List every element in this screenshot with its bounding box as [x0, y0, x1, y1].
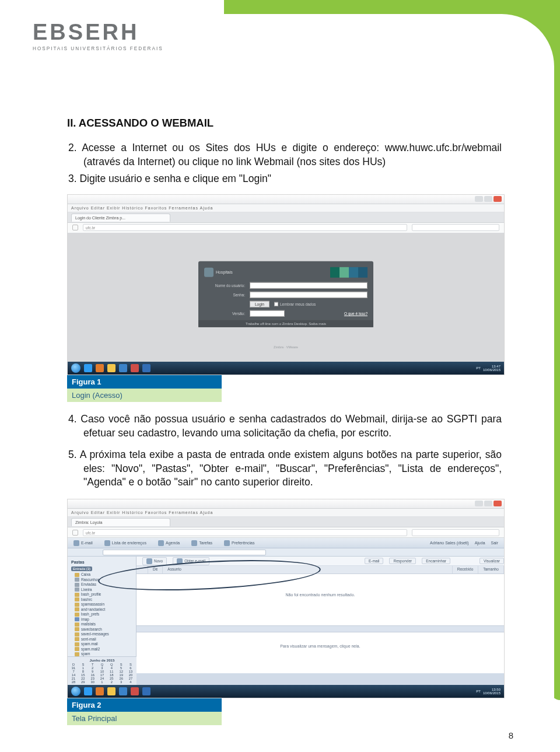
help-link[interactable]: Ajuda [475, 541, 485, 545]
taskbar-clock: 13:47 10/06/2015 [483, 365, 501, 372]
content-column: II. ACESSANDO O WEBMAIL 2. Acesse a Inte… [67, 117, 502, 725]
password-field[interactable] [250, 292, 368, 298]
cal-week: 2829301234 [69, 680, 135, 684]
start-icon [71, 363, 80, 373]
back-icon [72, 530, 78, 536]
btn-email[interactable]: E-mail [365, 558, 383, 564]
url-input: ufc.br [83, 529, 407, 536]
app-icon [119, 364, 127, 372]
brand-stripes [330, 267, 368, 278]
ie-icon [84, 364, 92, 372]
browser-addressbar: ufc.br [68, 223, 504, 233]
figure-2-caption: Figura 2 Tela Principal [67, 698, 222, 725]
folder-item[interactable]: and=andselect [69, 607, 135, 613]
copyright-text: Zimbra · VMware [68, 345, 504, 349]
explorer-icon [107, 687, 116, 695]
page-body: Hospitais Nome do usuário: Senha: LoginL… [68, 233, 504, 362]
folder-item[interactable]: mailstats [69, 622, 135, 627]
window-titlebar [68, 195, 504, 204]
figure-2-number: Figura 2 [67, 698, 222, 712]
figure-2-desc: Tela Principal [67, 712, 222, 725]
folder-item[interactable]: spam.mail2 [69, 647, 135, 652]
step-2: 2. Acesse a Internet ou os Sites dos HUs… [83, 141, 502, 169]
label-username: Nome do usuário: [204, 284, 245, 288]
folder-item[interactable]: savedsearch [69, 627, 135, 632]
login-card: Hospitais Nome do usuário: Senha: LoginL… [198, 261, 373, 327]
search-input [412, 529, 499, 536]
figure-2-screenshot: Arquivo Editar Exibir Histórico Favorito… [67, 499, 505, 698]
preview-hint: Para visualizar uma mensagem, clique nel… [136, 644, 504, 648]
tab-mail[interactable]: E-mail [74, 540, 93, 546]
start-icon [71, 687, 80, 696]
folder-item[interactable]: saved-messages [69, 632, 135, 637]
ie-icon [84, 687, 92, 695]
login-button[interactable]: Login [250, 301, 270, 307]
step-3: 3. Digite usuário e senha e clique em "L… [83, 172, 502, 186]
chrome-icon [131, 364, 139, 372]
search-row [68, 548, 504, 557]
remember-checkbox[interactable]: Lembrar meus dados [274, 302, 316, 306]
logo-subtitle: HOSPITAIS UNIVERSITÁRIOS FEDERAIS [33, 46, 163, 51]
login-footer: Trabalhe off-line com o Zimbra Desktop. … [198, 320, 373, 327]
folder-item[interactable]: bash_profile [69, 592, 135, 597]
label-version: Versão: [204, 312, 245, 316]
folder-item[interactable]: sent-mail [69, 637, 135, 642]
explorer-icon [107, 364, 116, 372]
browser-menubar: Arquivo Editar Exibir Histórico Favorito… [68, 509, 504, 517]
browser-tabbar: Login do Cliente Zimbra p... [68, 212, 504, 223]
figure-1-number: Figura 1 [67, 375, 222, 389]
folder-item[interactable]: bash_prefs [69, 612, 135, 617]
word-icon [142, 687, 150, 695]
taskbar-lang: PT [476, 366, 481, 370]
tab-agenda[interactable]: Agenda [158, 540, 180, 546]
browser-tabbar: Zimbra: Loyola [68, 517, 504, 527]
windows-taskbar: PT 13:50 10/06/2015 [68, 685, 504, 698]
login-logo: Hospitais [204, 267, 233, 278]
folder-item[interactable]: spamassassin [69, 602, 135, 607]
version-select[interactable] [250, 310, 285, 317]
back-icon [72, 225, 78, 230]
figure-1-caption: Figura 1 Login (Acesso) [67, 375, 222, 402]
browser-tab: Login do Cliente Zimbra p... [71, 214, 170, 222]
firefox-icon [96, 364, 104, 372]
mini-calendar: Junho de 2015 DSTQQSS 31123456 789101112… [68, 656, 136, 685]
whatsthis-link[interactable]: O que é isso? [344, 312, 368, 316]
windows-taskbar: PT 13:47 10/06/2015 [68, 362, 504, 375]
pane-divider [136, 625, 504, 632]
empty-list-text: Não foi encontrado nenhum resultado. [136, 593, 504, 597]
section-title: II. ACESSANDO O WEBMAIL [67, 117, 502, 130]
word-icon [142, 364, 150, 372]
webmail-body: E-mail Lista de endereços Agenda Tarefas… [68, 538, 504, 685]
window-buttons [475, 501, 502, 506]
step-4: 4. Caso você não possua usuário e senha … [83, 412, 502, 440]
inbox-folder[interactable]: Entrada (3) [71, 566, 92, 571]
folder-item[interactable]: bashrc [69, 597, 135, 603]
user-label: Adriano Sales (diseti) [430, 541, 469, 545]
folder-item[interactable]: spam.mail [69, 642, 135, 647]
window-titlebar [68, 499, 504, 509]
btn-forward[interactable]: Encaminhar [422, 558, 450, 564]
window-buttons [475, 196, 502, 202]
tab-tasks[interactable]: Tarefas [191, 540, 212, 546]
top-toolbar: E-mail Lista de endereços Agenda Tarefas… [68, 538, 504, 548]
tab-prefs[interactable]: Preferências [224, 540, 254, 546]
label-password: Senha: [204, 293, 245, 297]
search-input [412, 224, 499, 231]
username-field[interactable] [250, 282, 368, 289]
logout-link[interactable]: Sair [491, 541, 498, 545]
taskbar-clock: 13:50 10/06/2015 [483, 688, 501, 695]
taskbar-lang: PT [476, 690, 481, 693]
url-input: ufc.br [83, 224, 407, 231]
mail-search-input[interactable] [103, 550, 266, 555]
new-button[interactable]: Novo [142, 557, 167, 565]
browser-tab: Zimbra: Loyola [71, 518, 170, 526]
figure-1-screenshot: Arquivo Editar Exibir Histórico Favorito… [67, 194, 505, 375]
chrome-icon [131, 687, 139, 695]
folder-item[interactable]: imap [69, 617, 135, 622]
page-number: 8 [509, 730, 513, 740]
btn-reply[interactable]: Responder [389, 558, 416, 564]
browser-menubar: Arquivo Editar Exibir Histórico Favorito… [68, 204, 504, 212]
browser-addressbar: ufc.br [68, 527, 504, 538]
view-button[interactable]: Visualizar [480, 558, 504, 564]
tab-contacts[interactable]: Lista de endereços [104, 540, 146, 546]
